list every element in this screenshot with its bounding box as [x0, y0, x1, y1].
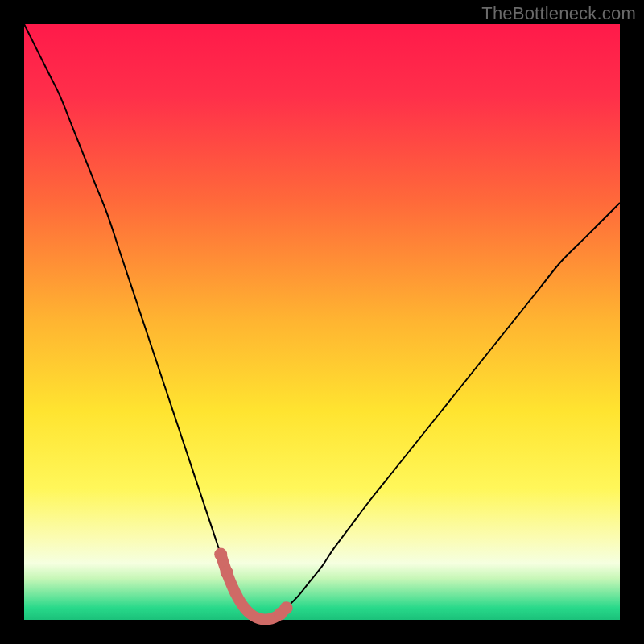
plot-background — [24, 24, 620, 620]
highlight-dot — [214, 548, 227, 561]
highlight-dot — [280, 601, 293, 614]
bottleneck-chart — [0, 0, 644, 644]
highlight-dot — [221, 566, 233, 579]
watermark-text: TheBottleneck.com — [481, 3, 636, 24]
chart-frame: TheBottleneck.com — [0, 0, 644, 644]
